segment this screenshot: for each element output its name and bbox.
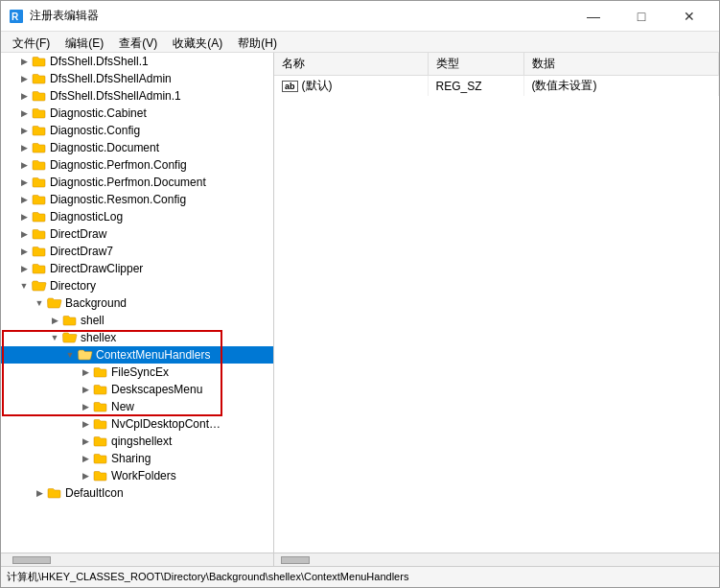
tree-item-label: DirectDraw7	[50, 245, 113, 258]
expand-arrow[interactable]: ▶	[78, 419, 93, 429]
expand-arrow[interactable]: ▶	[78, 367, 93, 377]
values-table-container[interactable]: 名称 类型 数据 ab(默认)REG_SZ(数值未设置)	[274, 53, 719, 553]
tree-item-label: WorkFolders	[111, 469, 176, 482]
expand-arrow[interactable]: ▶	[16, 177, 32, 187]
tree-item-label: Diagnostic.Perfmon.Document	[50, 176, 206, 189]
table-row[interactable]: ab(默认)REG_SZ(数值未设置)	[274, 76, 719, 97]
tree-item-diagnosticlog[interactable]: ▶ DiagnosticLog	[1, 208, 273, 225]
expand-arrow[interactable]: ▶	[16, 212, 32, 222]
tree-item-label: Diagnostic.Config	[50, 124, 140, 137]
tree-item-sharing[interactable]: ▶ Sharing	[1, 450, 273, 467]
tree-item-deskscapesmenu[interactable]: ▶ DeskscapesMenu	[1, 381, 273, 398]
expand-arrow[interactable]: ▼	[32, 298, 47, 308]
expand-arrow[interactable]: ▼	[47, 333, 62, 342]
expand-arrow[interactable]: ▶	[78, 402, 93, 412]
folder-icon	[93, 383, 108, 396]
window-title: 注册表编辑器	[30, 8, 99, 24]
tree-item-qingshellext[interactable]: ▶ qingshellext	[1, 433, 273, 450]
tree-item-label: Diagnostic.Perfmon.Config	[50, 158, 187, 172]
tree-item-contextmenuhandlers[interactable]: ▼ ContextMenuHandlers	[1, 346, 273, 364]
expand-arrow[interactable]: ▶	[32, 488, 47, 498]
right-pane: 名称 类型 数据 ab(默认)REG_SZ(数值未设置)	[274, 53, 719, 566]
tree-item-label: Directory	[50, 279, 96, 293]
tree-item-new[interactable]: ▶ New	[1, 398, 273, 415]
folder-icon	[93, 435, 108, 448]
status-text: 计算机\HKEY_CLASSES_ROOT\Directory\Backgrou…	[7, 570, 408, 584]
folder-icon	[32, 106, 47, 120]
folder-icon	[32, 158, 47, 172]
tree-item-defaulticon[interactable]: ▶ DefaultIcon	[1, 484, 273, 502]
expand-arrow[interactable]: ▶	[16, 74, 32, 83]
folder-icon	[32, 210, 47, 223]
tree-item-directdraw7[interactable]: ▶ DirectDraw7	[1, 243, 273, 260]
tree-item-label: DfsShell.DfsShell.1	[50, 55, 149, 68]
tree-item-label: DirectDrawClipper	[50, 262, 143, 275]
tree-item-shell[interactable]: ▶ shell	[1, 312, 273, 329]
tree-item-directory[interactable]: ▼ Directory	[1, 277, 273, 294]
tree-item-diagnostic_document[interactable]: ▶ Diagnostic.Document	[1, 139, 273, 156]
left-pane: ▶ DfsShell.DfsShell.1▶ DfsShell.DfsShell…	[1, 53, 274, 566]
tree-item-dfsshell_admin[interactable]: ▶ DfsShell.DfsShellAdmin	[1, 70, 273, 87]
folder-icon	[93, 365, 108, 379]
expand-arrow[interactable]: ▶	[16, 229, 32, 239]
tree-hscroll[interactable]	[1, 553, 273, 566]
menu-item-h[interactable]: 帮助(H)	[230, 34, 285, 50]
folder-icon	[32, 124, 47, 137]
tree-item-workfolders[interactable]: ▶ WorkFolders	[1, 467, 273, 484]
expand-arrow[interactable]: ▶	[16, 57, 32, 66]
expand-arrow[interactable]: ▶	[16, 108, 32, 118]
tree-item-nvcpldesktop[interactable]: ▶ NvCplDesktopCont…	[1, 415, 273, 433]
expand-arrow[interactable]: ▼	[62, 350, 78, 360]
expand-arrow[interactable]: ▶	[78, 385, 93, 394]
folder-icon	[62, 331, 78, 344]
tree-item-label: Diagnostic.Document	[50, 141, 159, 154]
values-table: 名称 类型 数据 ab(默认)REG_SZ(数值未设置)	[274, 53, 719, 96]
expand-arrow[interactable]: ▶	[16, 247, 32, 256]
tree-item-diagnostic_cabinet[interactable]: ▶ Diagnostic.Cabinet	[1, 105, 273, 122]
tree-item-diagnostic_resmon_config[interactable]: ▶ Diagnostic.Resmon.Config	[1, 191, 273, 208]
tree-item-label: ContextMenuHandlers	[96, 348, 210, 362]
tree-item-directdrawclipper[interactable]: ▶ DirectDrawClipper	[1, 260, 273, 277]
tree-item-background[interactable]: ▼ Background	[1, 294, 273, 312]
menu-item-e[interactable]: 编辑(E)	[58, 34, 111, 50]
menu-item-f[interactable]: 文件(F)	[5, 34, 58, 50]
statusbar: 计算机\HKEY_CLASSES_ROOT\Directory\Backgrou…	[1, 566, 719, 587]
expand-arrow[interactable]: ▶	[16, 126, 32, 135]
tree-item-dfsshell_admin1[interactable]: ▶ DfsShell.DfsShellAdmin.1	[1, 87, 273, 105]
tree-item-directdraw[interactable]: ▶ DirectDraw	[1, 225, 273, 243]
menu-item-a[interactable]: 收藏夹(A)	[165, 34, 230, 50]
expand-arrow[interactable]: ▶	[78, 454, 93, 463]
tree-item-label: shell	[81, 314, 105, 327]
expand-arrow[interactable]: ▶	[16, 160, 32, 170]
value-type: REG_SZ	[428, 76, 523, 97]
tree-item-shellex[interactable]: ▼ shellex	[1, 329, 273, 346]
registry-editor-window: R 注册表编辑器 — □ ✕ 文件(F)编辑(E)查看(V)收藏夹(A)帮助(H…	[0, 0, 720, 588]
menubar: 文件(F)编辑(E)查看(V)收藏夹(A)帮助(H)	[1, 32, 719, 53]
expand-arrow[interactable]: ▶	[16, 264, 32, 273]
tree-item-diagnostic_perfmon_config[interactable]: ▶ Diagnostic.Perfmon.Config	[1, 156, 273, 174]
tree-item-label: DiagnosticLog	[50, 210, 123, 223]
maximize-button[interactable]: □	[619, 7, 663, 26]
expand-arrow[interactable]: ▶	[78, 436, 93, 446]
folder-icon	[32, 89, 47, 103]
expand-arrow[interactable]: ▶	[16, 195, 32, 204]
expand-arrow[interactable]: ▼	[16, 281, 32, 291]
tree-scroll[interactable]: ▶ DfsShell.DfsShell.1▶ DfsShell.DfsShell…	[1, 53, 273, 553]
tree-item-dfsshell1[interactable]: ▶ DfsShell.DfsShell.1	[1, 53, 273, 70]
tree-item-filesyncex[interactable]: ▶ FileSyncEx	[1, 364, 273, 381]
close-button[interactable]: ✕	[667, 7, 711, 26]
folder-icon	[93, 469, 108, 482]
minimize-button[interactable]: —	[571, 7, 615, 26]
expand-arrow[interactable]: ▶	[16, 143, 32, 153]
folder-icon	[32, 193, 47, 206]
tree-item-label: DfsShell.DfsShellAdmin	[50, 72, 172, 85]
menu-item-v[interactable]: 查看(V)	[111, 34, 165, 50]
expand-arrow[interactable]: ▶	[47, 316, 62, 325]
tree-item-diagnostic_config[interactable]: ▶ Diagnostic.Config	[1, 122, 273, 139]
right-hscroll[interactable]	[274, 553, 719, 566]
expand-arrow[interactable]: ▶	[16, 91, 32, 101]
folder-icon	[78, 348, 93, 362]
tree-item-label: Diagnostic.Cabinet	[50, 106, 147, 120]
tree-item-diagnostic_perfmon_document[interactable]: ▶ Diagnostic.Perfmon.Document	[1, 174, 273, 191]
expand-arrow[interactable]: ▶	[78, 471, 93, 481]
